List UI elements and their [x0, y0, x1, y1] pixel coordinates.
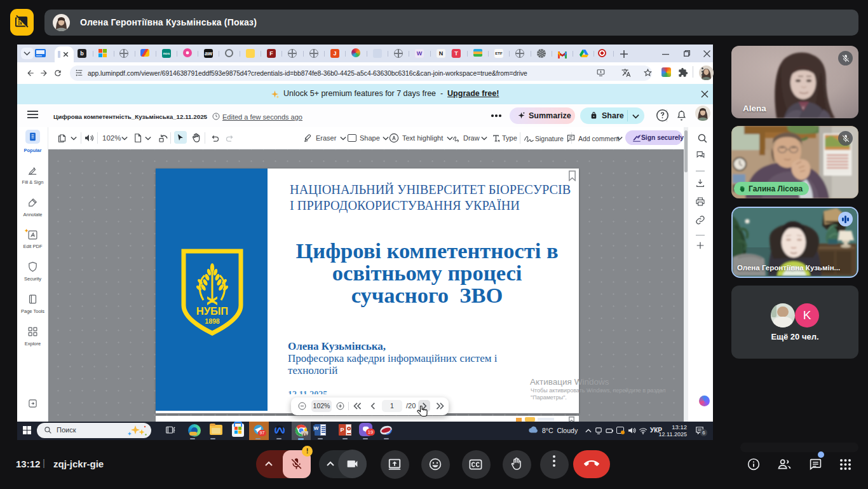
- svg-text:1898: 1898: [205, 317, 220, 325]
- svg-text:НУБІП: НУБІП: [196, 305, 228, 317]
